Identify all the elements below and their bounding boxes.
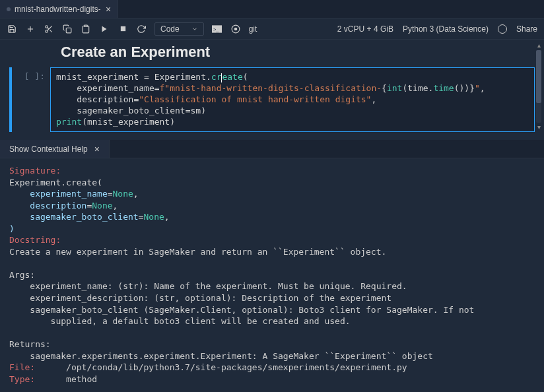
- svg-point-2: [46, 25, 48, 28]
- instance-icon[interactable]: [230, 24, 241, 34]
- help-tab-bar: Show Contextual Help ×: [0, 140, 544, 158]
- code-token: experiment_name: [56, 83, 154, 93]
- scroll-down-icon[interactable]: ▾: [535, 124, 543, 131]
- file-dirty-dot-icon: [7, 7, 11, 11]
- code-token: =: [108, 189, 113, 199]
- scroll-up-icon[interactable]: ▴: [535, 42, 543, 49]
- signature-close: ): [9, 224, 15, 234]
- close-icon[interactable]: ×: [94, 144, 100, 154]
- signature-param: description: [30, 201, 86, 211]
- code-editor[interactable]: mnist_experiment = Experiment.create( ex…: [50, 67, 535, 132]
- signature-param: sagemaker_boto_client: [30, 212, 138, 222]
- docstring-body: Create a new experiment in SageMaker and…: [9, 247, 474, 361]
- paste-icon[interactable]: [81, 24, 91, 34]
- svg-text:>_: >_: [213, 26, 219, 32]
- code-token: sagemaker_boto_client: [56, 106, 186, 115]
- signature-default: None: [144, 212, 164, 222]
- svg-line-5: [50, 30, 51, 32]
- svg-line-6: [48, 27, 49, 28]
- signature-label: Signature:: [9, 166, 61, 176]
- code-token: ,: [164, 212, 170, 222]
- code-token: eate: [222, 72, 242, 82]
- code-token: ())}: [454, 83, 475, 93]
- contextual-help-content[interactable]: Signature: Experiment.create( experiment…: [0, 158, 544, 392]
- code-token: mnist_experiment: [56, 72, 144, 82]
- code-token: sm: [191, 106, 201, 115]
- code-token: {: [382, 83, 387, 93]
- terminal-icon[interactable]: >_: [212, 24, 222, 34]
- svg-point-14: [234, 28, 237, 30]
- type-value: method: [66, 374, 97, 384]
- code-token: .: [206, 72, 211, 82]
- code-token: int: [387, 83, 402, 93]
- add-cell-icon[interactable]: [25, 24, 36, 34]
- run-icon[interactable]: [99, 24, 110, 34]
- cell-type-dropdown[interactable]: Code: [154, 22, 204, 36]
- code-token: print: [56, 117, 82, 127]
- code-token: f"mnist-hand-written-digits-classificati…: [160, 83, 382, 93]
- cut-icon[interactable]: [44, 24, 54, 34]
- svg-rect-10: [120, 26, 125, 31]
- code-token: "Classification of mnist hand-written di…: [139, 94, 371, 104]
- file-tab-label: mnist-handwritten-digits-clas: [15, 5, 100, 14]
- type-label: Type:: [9, 374, 35, 384]
- docstring-label: Docstring:: [9, 235, 61, 245]
- restart-icon[interactable]: [136, 24, 147, 34]
- code-token: =: [154, 83, 160, 93]
- code-token: time: [407, 83, 428, 93]
- code-token: ,: [133, 189, 139, 199]
- chevron-down-icon: [191, 26, 198, 32]
- code-token: =: [139, 212, 144, 222]
- signature-call: Experiment.create(: [9, 178, 102, 187]
- code-token: =: [144, 72, 149, 82]
- code-token: ): [201, 106, 206, 115]
- markdown-heading: Create an Experiment: [0, 40, 544, 67]
- close-icon[interactable]: ×: [106, 4, 111, 15]
- code-token: mnist_experiment: [87, 117, 170, 127]
- notebook-toolbar: Code >_ git 2 vCPU + 4 GiB Python 3 (Dat…: [0, 18, 544, 40]
- code-token: (: [82, 117, 87, 127]
- kernel-label[interactable]: Python 3 (Data Science): [403, 24, 489, 34]
- code-token: (: [243, 72, 248, 82]
- code-token: Experiment: [149, 72, 206, 82]
- save-icon[interactable]: [7, 24, 17, 34]
- code-token: =: [186, 106, 191, 115]
- signature-param: experiment_name: [30, 189, 107, 199]
- code-token: ,: [113, 201, 118, 211]
- help-tab-label: Show Contextual Help: [9, 145, 88, 154]
- file-value: /opt/conda/lib/python3.7/site-packages/s…: [66, 362, 407, 372]
- copy-icon[interactable]: [62, 24, 73, 34]
- share-button[interactable]: Share: [516, 24, 537, 34]
- code-token: description: [56, 94, 133, 104]
- notebook-scrollbar[interactable]: ▴ ▾: [535, 42, 543, 135]
- code-token: cr: [211, 72, 222, 82]
- file-tab[interactable]: mnist-handwritten-digits-clas ×: [0, 0, 118, 18]
- resources-label[interactable]: 2 vCPU + 4 GiB: [337, 24, 393, 34]
- kernel-status-icon[interactable]: [498, 24, 507, 34]
- svg-point-3: [46, 30, 48, 32]
- code-token: ): [170, 117, 175, 127]
- svg-marker-9: [102, 26, 107, 32]
- svg-rect-8: [85, 25, 88, 26]
- cell-type-label: Code: [160, 24, 180, 34]
- notebook-area: Create an Experiment [ ]: mnist_experime…: [0, 40, 544, 140]
- code-cell-row: [ ]: mnist_experiment = Experiment.creat…: [0, 67, 544, 139]
- scroll-track[interactable]: [536, 50, 541, 123]
- cell-prompt: [ ]:: [17, 67, 50, 132]
- code-token: time: [433, 83, 454, 93]
- cell-active-marker: [9, 67, 12, 132]
- file-label: File:: [9, 362, 35, 372]
- scroll-thumb[interactable]: [536, 50, 541, 103]
- code-token: ": [475, 83, 480, 93]
- signature-default: None: [113, 189, 133, 199]
- code-token: ,: [480, 83, 485, 93]
- svg-rect-7: [66, 28, 71, 33]
- git-button[interactable]: git: [249, 24, 257, 34]
- help-tab[interactable]: Show Contextual Help ×: [0, 140, 110, 158]
- stop-icon[interactable]: [118, 24, 128, 34]
- code-token: ,: [371, 94, 376, 104]
- file-tab-bar: mnist-handwritten-digits-clas ×: [0, 0, 544, 18]
- signature-default: None: [92, 201, 112, 211]
